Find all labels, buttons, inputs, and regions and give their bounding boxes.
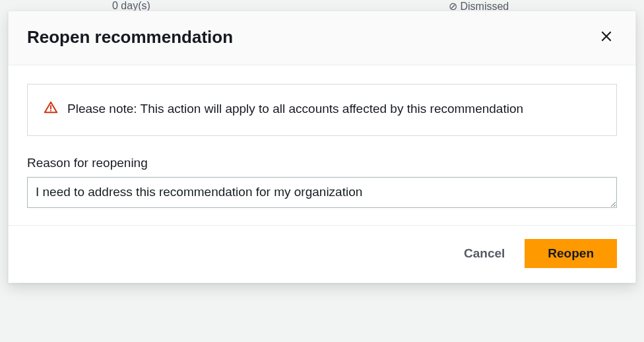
modal-footer: Cancel Reopen bbox=[9, 225, 635, 283]
reason-form-group: Reason for reopening bbox=[27, 156, 617, 211]
warning-icon bbox=[44, 100, 58, 118]
reason-label: Reason for reopening bbox=[27, 156, 617, 170]
modal-header: Reopen recommendation bbox=[9, 11, 635, 65]
modal-title: Reopen recommendation bbox=[27, 27, 233, 48]
warning-text: Please note: This action will apply to a… bbox=[67, 99, 523, 118]
close-button[interactable] bbox=[596, 26, 617, 49]
cancel-button[interactable]: Cancel bbox=[461, 241, 507, 266]
reopen-recommendation-modal: Reopen recommendation Please note: This … bbox=[8, 11, 636, 283]
reason-textarea[interactable] bbox=[27, 177, 617, 208]
close-icon bbox=[600, 30, 613, 45]
warning-alert: Please note: This action will apply to a… bbox=[27, 84, 617, 136]
modal-body: Please note: This action will apply to a… bbox=[9, 65, 635, 225]
svg-point-3 bbox=[50, 110, 51, 111]
reopen-button[interactable]: Reopen bbox=[525, 239, 617, 268]
